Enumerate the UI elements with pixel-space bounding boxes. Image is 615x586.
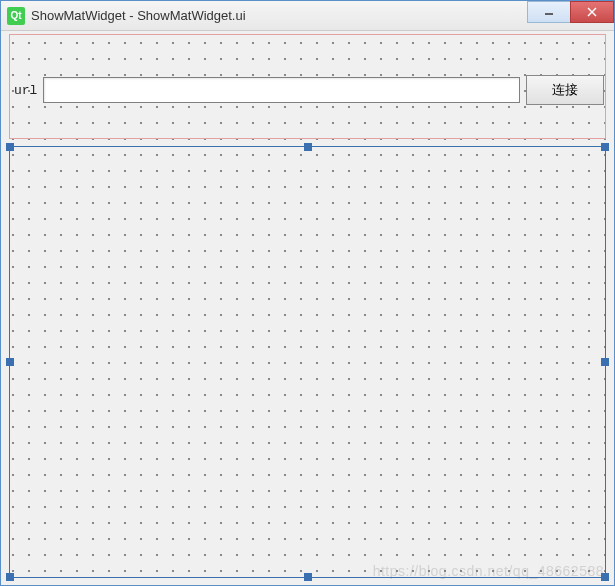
url-input[interactable]: [43, 77, 520, 103]
selected-display-widget[interactable]: [9, 146, 606, 578]
close-icon: [587, 7, 597, 17]
resize-handle-bottom-left[interactable]: [6, 573, 14, 581]
resize-handle-middle-right[interactable]: [601, 358, 609, 366]
resize-handle-bottom-middle[interactable]: [304, 573, 312, 581]
url-row: url 连接: [14, 75, 604, 105]
minimize-icon: [544, 7, 554, 17]
window-controls: [528, 1, 614, 23]
connect-button[interactable]: 连接: [526, 75, 604, 105]
qt-designer-window: Qt ShowMatWidget - ShowMatWidget.ui url …: [0, 0, 615, 586]
form-canvas[interactable]: url 连接 https://blog.csdn.net/qq_48662588: [1, 31, 614, 585]
resize-handle-middle-left[interactable]: [6, 358, 14, 366]
minimize-button[interactable]: [527, 1, 571, 23]
resize-handle-bottom-right[interactable]: [601, 573, 609, 581]
resize-handle-top-middle[interactable]: [304, 143, 312, 151]
top-panel-widget[interactable]: url 连接: [9, 34, 606, 139]
qt-logo-icon: Qt: [7, 7, 25, 25]
window-title: ShowMatWidget - ShowMatWidget.ui: [31, 8, 246, 23]
resize-handle-top-right[interactable]: [601, 143, 609, 151]
resize-handle-top-left[interactable]: [6, 143, 14, 151]
title-bar[interactable]: Qt ShowMatWidget - ShowMatWidget.ui: [1, 1, 614, 31]
url-label: url: [14, 83, 37, 98]
close-button[interactable]: [570, 1, 614, 23]
